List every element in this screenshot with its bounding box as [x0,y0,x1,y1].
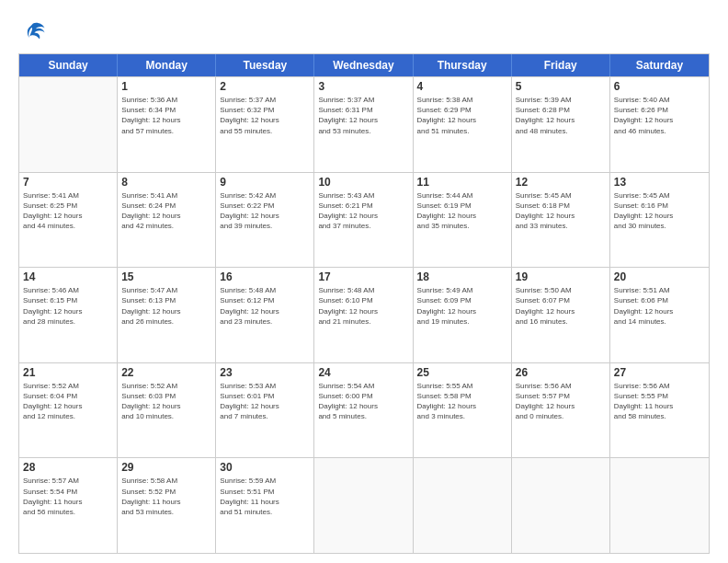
calendar-cell: 9Sunrise: 5:42 AM Sunset: 6:22 PM Daylig… [216,173,314,268]
day-info: Sunrise: 5:50 AM Sunset: 6:07 PM Dayligh… [516,285,606,327]
day-info: Sunrise: 5:56 AM Sunset: 5:55 PM Dayligh… [614,381,705,422]
calendar-header-tuesday: Tuesday [216,54,314,76]
logo [18,18,46,44]
calendar-cell: 6Sunrise: 5:40 AM Sunset: 6:26 PM Daylig… [610,77,709,172]
day-info: Sunrise: 5:37 AM Sunset: 6:31 PM Dayligh… [318,95,408,136]
day-info: Sunrise: 5:53 AM Sunset: 6:01 PM Dayligh… [220,381,310,422]
day-info: Sunrise: 5:57 AM Sunset: 5:54 PM Dayligh… [23,476,113,517]
calendar-cell: 3Sunrise: 5:37 AM Sunset: 6:31 PM Daylig… [314,77,413,172]
day-info: Sunrise: 5:58 AM Sunset: 5:52 PM Dayligh… [121,476,211,517]
day-info: Sunrise: 5:48 AM Sunset: 6:12 PM Dayligh… [220,285,310,327]
calendar-cell: 12Sunrise: 5:45 AM Sunset: 6:18 PM Dayli… [512,173,610,268]
calendar-body: 1Sunrise: 5:36 AM Sunset: 6:34 PM Daylig… [19,76,709,553]
calendar-cell: 1Sunrise: 5:36 AM Sunset: 6:34 PM Daylig… [118,77,216,172]
day-number: 3 [318,80,408,93]
calendar-cell: 16Sunrise: 5:48 AM Sunset: 6:12 PM Dayli… [216,268,314,362]
calendar-cell: 24Sunrise: 5:54 AM Sunset: 6:00 PM Dayli… [314,363,413,458]
day-info: Sunrise: 5:37 AM Sunset: 6:32 PM Dayligh… [220,95,310,136]
calendar-header-wednesday: Wednesday [314,54,413,76]
calendar-cell: 29Sunrise: 5:58 AM Sunset: 5:52 PM Dayli… [118,458,216,553]
day-info: Sunrise: 5:48 AM Sunset: 6:10 PM Dayligh… [318,285,408,327]
calendar-cell: 22Sunrise: 5:52 AM Sunset: 6:03 PM Dayli… [118,363,216,458]
day-info: Sunrise: 5:42 AM Sunset: 6:22 PM Dayligh… [220,190,310,232]
day-number: 30 [220,461,310,474]
day-number: 15 [121,270,211,283]
calendar-cell: 21Sunrise: 5:52 AM Sunset: 6:04 PM Dayli… [19,363,118,458]
day-number: 10 [318,176,408,189]
day-info: Sunrise: 5:46 AM Sunset: 6:15 PM Dayligh… [23,285,113,327]
day-info: Sunrise: 5:49 AM Sunset: 6:09 PM Dayligh… [417,285,507,327]
day-info: Sunrise: 5:59 AM Sunset: 5:51 PM Dayligh… [220,476,310,517]
day-info: Sunrise: 5:41 AM Sunset: 6:24 PM Dayligh… [121,190,211,232]
calendar-cell: 11Sunrise: 5:44 AM Sunset: 6:19 PM Dayli… [414,173,512,268]
calendar-cell: 4Sunrise: 5:38 AM Sunset: 6:29 PM Daylig… [414,77,512,172]
calendar-cell: 20Sunrise: 5:51 AM Sunset: 6:06 PM Dayli… [610,268,709,362]
calendar-cell: 25Sunrise: 5:55 AM Sunset: 5:58 PM Dayli… [414,363,512,458]
calendar-cell [610,458,709,553]
day-number: 8 [121,176,211,189]
calendar-cell: 13Sunrise: 5:45 AM Sunset: 6:16 PM Dayli… [610,173,709,268]
day-number: 6 [614,80,705,93]
day-number: 11 [417,176,507,189]
calendar-row-2: 14Sunrise: 5:46 AM Sunset: 6:15 PM Dayli… [19,267,709,362]
calendar-cell: 28Sunrise: 5:57 AM Sunset: 5:54 PM Dayli… [19,458,118,553]
day-info: Sunrise: 5:56 AM Sunset: 5:57 PM Dayligh… [516,381,606,422]
calendar-header: SundayMondayTuesdayWednesdayThursdayFrid… [19,54,709,76]
day-number: 24 [318,366,408,379]
day-info: Sunrise: 5:55 AM Sunset: 5:58 PM Dayligh… [417,381,507,422]
calendar-cell: 23Sunrise: 5:53 AM Sunset: 6:01 PM Dayli… [216,363,314,458]
page: SundayMondayTuesdayWednesdayThursdayFrid… [0,0,728,563]
calendar-cell: 19Sunrise: 5:50 AM Sunset: 6:07 PM Dayli… [512,268,610,362]
day-number: 18 [417,270,507,283]
day-number: 19 [516,270,606,283]
day-number: 25 [417,366,507,379]
day-info: Sunrise: 5:38 AM Sunset: 6:29 PM Dayligh… [417,95,507,136]
calendar-row-3: 21Sunrise: 5:52 AM Sunset: 6:04 PM Dayli… [19,362,709,458]
day-number: 23 [220,366,310,379]
day-number: 22 [121,366,211,379]
day-number: 14 [23,270,113,283]
day-number: 2 [220,80,310,93]
day-info: Sunrise: 5:45 AM Sunset: 6:18 PM Dayligh… [516,190,606,232]
calendar-header-sunday: Sunday [19,54,118,76]
calendar-cell: 27Sunrise: 5:56 AM Sunset: 5:55 PM Dayli… [610,363,709,458]
day-info: Sunrise: 5:41 AM Sunset: 6:25 PM Dayligh… [23,190,113,232]
calendar-header-thursday: Thursday [414,54,512,76]
day-number: 5 [516,80,606,93]
calendar: SundayMondayTuesdayWednesdayThursdayFrid… [18,53,710,554]
day-number: 26 [516,366,606,379]
calendar-cell: 15Sunrise: 5:47 AM Sunset: 6:13 PM Dayli… [118,268,216,362]
day-info: Sunrise: 5:52 AM Sunset: 6:03 PM Dayligh… [121,381,211,422]
calendar-header-saturday: Saturday [610,54,709,76]
calendar-cell: 30Sunrise: 5:59 AM Sunset: 5:51 PM Dayli… [216,458,314,553]
calendar-cell: 10Sunrise: 5:43 AM Sunset: 6:21 PM Dayli… [314,173,413,268]
calendar-header-friday: Friday [512,54,610,76]
calendar-cell: 8Sunrise: 5:41 AM Sunset: 6:24 PM Daylig… [118,173,216,268]
day-number: 17 [318,270,408,283]
calendar-cell [314,458,413,553]
day-number: 13 [614,176,705,189]
day-number: 4 [417,80,507,93]
calendar-cell: 2Sunrise: 5:37 AM Sunset: 6:32 PM Daylig… [216,77,314,172]
day-number: 16 [220,270,310,283]
day-info: Sunrise: 5:40 AM Sunset: 6:26 PM Dayligh… [614,95,705,136]
day-info: Sunrise: 5:44 AM Sunset: 6:19 PM Dayligh… [417,190,507,232]
day-info: Sunrise: 5:54 AM Sunset: 6:00 PM Dayligh… [318,381,408,422]
calendar-row-0: 1Sunrise: 5:36 AM Sunset: 6:34 PM Daylig… [19,76,709,172]
day-number: 27 [614,366,705,379]
day-number: 9 [220,176,310,189]
calendar-cell [414,458,512,553]
day-info: Sunrise: 5:36 AM Sunset: 6:34 PM Dayligh… [121,95,211,136]
day-info: Sunrise: 5:51 AM Sunset: 6:06 PM Dayligh… [614,285,705,327]
day-info: Sunrise: 5:52 AM Sunset: 6:04 PM Dayligh… [23,381,113,422]
calendar-cell: 17Sunrise: 5:48 AM Sunset: 6:10 PM Dayli… [314,268,413,362]
calendar-cell [19,77,118,172]
calendar-row-4: 28Sunrise: 5:57 AM Sunset: 5:54 PM Dayli… [19,457,709,553]
day-info: Sunrise: 5:45 AM Sunset: 6:16 PM Dayligh… [614,190,705,232]
calendar-cell: 18Sunrise: 5:49 AM Sunset: 6:09 PM Dayli… [414,268,512,362]
day-number: 28 [23,461,113,474]
calendar-cell: 26Sunrise: 5:56 AM Sunset: 5:57 PM Dayli… [512,363,610,458]
calendar-cell: 5Sunrise: 5:39 AM Sunset: 6:28 PM Daylig… [512,77,610,172]
day-number: 1 [121,80,211,93]
day-number: 7 [23,176,113,189]
